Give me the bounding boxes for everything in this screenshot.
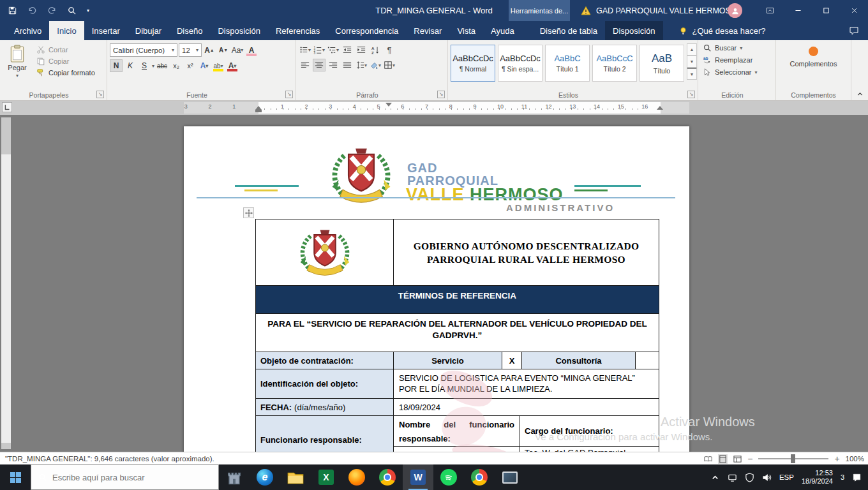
tab-stop-selector[interactable] bbox=[2, 102, 12, 112]
ribbon-display-options-icon[interactable] bbox=[756, 0, 784, 21]
show-marks-button[interactable]: ¶ bbox=[383, 43, 396, 56]
font-size-combo[interactable]: 12 ▾ bbox=[179, 43, 202, 57]
shrink-font-button[interactable]: A▼ bbox=[217, 44, 230, 57]
tab-dibujar[interactable]: Dibujar bbox=[128, 21, 169, 40]
action-center-icon[interactable] bbox=[852, 473, 862, 482]
align-left-button[interactable] bbox=[299, 59, 311, 71]
save-icon[interactable] bbox=[8, 6, 17, 15]
format-painter-button[interactable]: Copiar formato bbox=[34, 68, 97, 78]
customize-qat-chevron-icon[interactable]: ▾ bbox=[87, 8, 89, 13]
right-indent-marker[interactable] bbox=[657, 106, 663, 110]
style-sin-espaciado[interactable]: AaBbCcDc ¶ Sin espa... bbox=[498, 45, 542, 82]
grow-font-button[interactable]: A▲ bbox=[203, 44, 216, 57]
minimize-button[interactable] bbox=[784, 0, 812, 21]
tab-diseno-de-tabla[interactable]: Diseño de tabla bbox=[532, 21, 605, 40]
tab-correspondencia[interactable]: Correspondencia bbox=[327, 21, 406, 40]
tab-inicio[interactable]: Inicio bbox=[49, 21, 84, 40]
taskbar-app-explorer[interactable] bbox=[280, 464, 311, 490]
tab-disposicion[interactable]: Disposición bbox=[210, 21, 267, 40]
bold-button[interactable]: N bbox=[110, 59, 123, 72]
shading-button[interactable]: ▾ bbox=[369, 59, 382, 71]
tab-revisar[interactable]: Revisar bbox=[406, 21, 449, 40]
decrease-indent-button[interactable] bbox=[341, 43, 354, 56]
maximize-button[interactable] bbox=[812, 0, 840, 21]
read-mode-icon[interactable] bbox=[704, 455, 712, 463]
style-normal[interactable]: AaBbCcDc ¶ Normal bbox=[451, 45, 495, 82]
zoom-slider-thumb[interactable] bbox=[791, 454, 795, 463]
align-right-button[interactable] bbox=[327, 59, 340, 71]
bullets-button[interactable]: ▾ bbox=[299, 43, 311, 56]
search-input[interactable] bbox=[52, 473, 199, 482]
avatar[interactable] bbox=[728, 3, 742, 18]
text-effects-button[interactable]: A▾ bbox=[198, 59, 211, 72]
close-button[interactable] bbox=[840, 0, 868, 21]
redo-icon[interactable] bbox=[47, 6, 57, 15]
tab-insertar[interactable]: Insertar bbox=[84, 21, 128, 40]
italic-button[interactable]: K bbox=[124, 59, 137, 72]
network-icon[interactable] bbox=[728, 473, 737, 482]
font-family-combo[interactable]: Calibri (Cuerpo) ▾ bbox=[110, 43, 177, 57]
strikethrough-button[interactable]: abc bbox=[156, 59, 168, 72]
hidden-icons-chevron-icon[interactable] bbox=[710, 473, 720, 482]
change-case-button[interactable]: Aa▾ bbox=[231, 44, 244, 57]
taskbar-app-word[interactable]: W bbox=[403, 464, 433, 490]
addins-button[interactable]: Complementos bbox=[790, 47, 837, 68]
web-layout-icon[interactable] bbox=[733, 455, 742, 463]
increase-indent-button[interactable] bbox=[355, 43, 368, 56]
sort-button[interactable] bbox=[369, 43, 382, 56]
font-color-button[interactable]: A▾ bbox=[226, 59, 239, 72]
zoom-level[interactable]: 100% bbox=[846, 455, 864, 463]
start-button[interactable] bbox=[0, 464, 31, 490]
parrafo-dialog-launcher[interactable]: ↘ bbox=[437, 91, 445, 98]
portapapeles-dialog-launcher[interactable]: ↘ bbox=[96, 91, 104, 98]
document-canvas[interactable]: GAD PARROQUIAL VALLE HERMOSO ADMINISTRAT… bbox=[0, 115, 868, 452]
first-line-indent-marker[interactable] bbox=[385, 103, 392, 107]
tab-diseno[interactable]: Diseño bbox=[169, 21, 210, 40]
paste-button[interactable]: Pegar ▾ bbox=[3, 43, 32, 89]
underline-button[interactable]: S bbox=[138, 59, 151, 72]
volume-icon[interactable] bbox=[762, 473, 772, 482]
tdr-table[interactable]: GOBIERNO AUTÓNOMO DESCENTRALIZADO PARROQ… bbox=[255, 219, 659, 452]
select-button[interactable]: Seleccionar ▾ bbox=[701, 67, 773, 77]
taskbar-app-firefox[interactable] bbox=[341, 464, 372, 490]
taskbar-app-window[interactable] bbox=[495, 464, 525, 490]
taskbar-app-edge[interactable]: e bbox=[250, 464, 280, 490]
search-document-icon[interactable] bbox=[67, 6, 77, 15]
find-button[interactable]: Buscar ▾ bbox=[701, 43, 773, 53]
zoom-slider[interactable] bbox=[758, 458, 828, 459]
tab-vista[interactable]: Vista bbox=[449, 21, 483, 40]
align-center-button[interactable] bbox=[313, 59, 326, 71]
subscript-button[interactable]: x₂ bbox=[170, 59, 183, 72]
underline-chevron-icon[interactable]: ▾ bbox=[152, 63, 154, 69]
tab-archivo[interactable]: Archivo bbox=[6, 21, 49, 40]
language-indicator[interactable]: ESP bbox=[779, 473, 794, 481]
replace-button[interactable]: Reemplazar bbox=[701, 55, 773, 65]
highlight-button[interactable]: ab▾ bbox=[212, 59, 225, 72]
multilevel-list-button[interactable]: ▾ bbox=[327, 43, 340, 56]
account-area[interactable]: GAD PARROQUIAL VALLE HERMOSO bbox=[581, 0, 737, 21]
zoom-out-button[interactable]: − bbox=[747, 454, 752, 464]
clock[interactable]: 12:53 18/9/2024 bbox=[802, 469, 833, 486]
clear-format-button[interactable]: A bbox=[245, 44, 258, 57]
borders-button[interactable]: ▾ bbox=[383, 59, 396, 71]
zoom-in-button[interactable]: + bbox=[834, 454, 839, 464]
style-titulo[interactable]: AaB Título bbox=[640, 45, 684, 82]
feedback-icon[interactable] bbox=[849, 26, 859, 36]
copy-button[interactable]: Copiar bbox=[34, 56, 97, 66]
tell-me-box[interactable]: ¿Qué desea hacer? bbox=[678, 21, 766, 40]
styles-scroll-down-icon[interactable]: ▼ bbox=[687, 56, 697, 68]
line-spacing-button[interactable]: ▾ bbox=[355, 59, 368, 71]
taskbar-app-chrome[interactable] bbox=[372, 464, 403, 490]
table-move-handle-icon[interactable] bbox=[243, 207, 254, 218]
tab-referencias[interactable]: Referencias bbox=[268, 21, 327, 40]
style-titulo-1[interactable]: AaBbC Título 1 bbox=[545, 45, 590, 82]
numbering-button[interactable]: ▾ bbox=[313, 43, 326, 56]
taskbar-app-chrome-2[interactable] bbox=[464, 464, 495, 490]
taskbar-search[interactable] bbox=[31, 464, 219, 490]
fuente-dialog-launcher[interactable]: ↘ bbox=[285, 91, 293, 98]
styles-scroll-up-icon[interactable]: ▲ bbox=[687, 43, 697, 56]
document-page[interactable]: GAD PARROQUIAL VALLE HERMOSO ADMINISTRAT… bbox=[184, 126, 689, 452]
undo-icon[interactable] bbox=[27, 6, 37, 15]
taskbar-app-spotify[interactable] bbox=[433, 464, 464, 490]
styles-more-icon[interactable]: ▼ bbox=[687, 68, 697, 80]
